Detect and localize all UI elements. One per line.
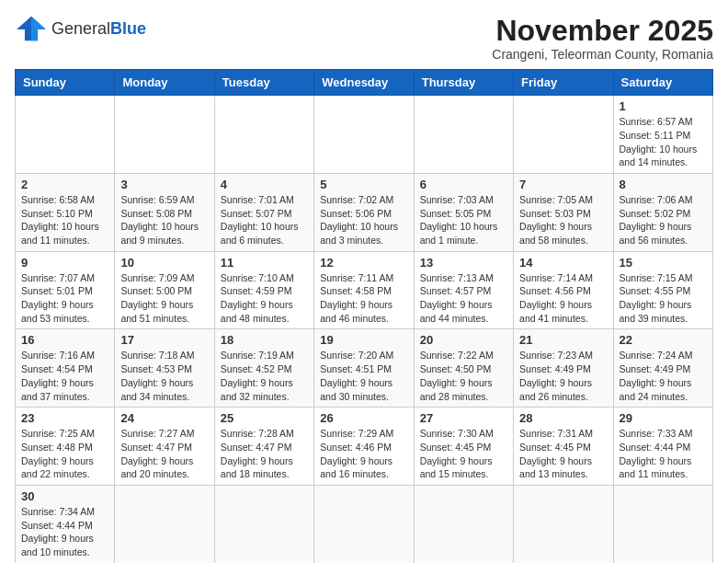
day-number: 23 xyxy=(21,411,108,425)
calendar-cell: 1Sunrise: 6:57 AMSunset: 5:11 PMDaylight… xyxy=(613,96,712,174)
logo: GeneralBlue xyxy=(15,15,146,42)
day-number: 11 xyxy=(221,256,308,270)
day-info: Sunrise: 7:05 AMSunset: 5:03 PMDaylight:… xyxy=(519,193,607,247)
calendar-cell: 8Sunrise: 7:06 AMSunset: 5:02 PMDaylight… xyxy=(613,173,712,251)
calendar-cell: 17Sunrise: 7:18 AMSunset: 4:53 PMDayligh… xyxy=(115,329,214,408)
logo-general: General xyxy=(51,19,110,38)
calendar-cell: 10Sunrise: 7:09 AMSunset: 5:00 PMDayligh… xyxy=(115,251,214,329)
day-info: Sunrise: 7:22 AMSunset: 4:50 PMDaylight:… xyxy=(420,349,507,403)
column-header-friday: Friday xyxy=(514,70,613,96)
day-number: 25 xyxy=(221,411,308,425)
day-info: Sunrise: 7:30 AMSunset: 4:45 PMDaylight:… xyxy=(420,427,507,481)
day-number: 27 xyxy=(420,411,507,425)
day-number: 29 xyxy=(620,411,707,425)
calendar-cell: 26Sunrise: 7:29 AMSunset: 4:46 PMDayligh… xyxy=(314,408,414,486)
calendar-cell: 12Sunrise: 7:11 AMSunset: 4:58 PMDayligh… xyxy=(314,251,414,329)
day-info: Sunrise: 6:59 AMSunset: 5:08 PMDaylight:… xyxy=(120,193,208,247)
day-number: 4 xyxy=(221,178,308,191)
calendar-table: SundayMondayTuesdayWednesdayThursdayFrid… xyxy=(15,69,713,563)
logo-text: GeneralBlue xyxy=(51,20,146,37)
day-info: Sunrise: 7:07 AMSunset: 5:01 PMDaylight:… xyxy=(21,271,108,326)
day-info: Sunrise: 7:23 AMSunset: 4:49 PMDaylight:… xyxy=(519,349,607,403)
calendar-cell: 16Sunrise: 7:16 AMSunset: 4:54 PMDayligh… xyxy=(16,329,115,408)
logo-blue: Blue xyxy=(110,19,146,38)
day-number: 30 xyxy=(21,489,108,503)
calendar-cell: 19Sunrise: 7:20 AMSunset: 4:51 PMDayligh… xyxy=(314,329,414,408)
day-number: 16 xyxy=(21,333,108,347)
day-info: Sunrise: 7:09 AMSunset: 5:00 PMDaylight:… xyxy=(120,271,208,326)
day-number: 19 xyxy=(320,333,407,347)
column-header-monday: Monday xyxy=(115,70,214,96)
calendar-cell xyxy=(514,96,613,174)
column-header-tuesday: Tuesday xyxy=(214,70,313,96)
day-number: 20 xyxy=(420,333,507,347)
calendar-cell xyxy=(115,485,214,563)
day-info: Sunrise: 7:29 AMSunset: 4:46 PMDaylight:… xyxy=(320,427,407,481)
svg-marker-1 xyxy=(31,17,46,40)
calendar-cell: 30Sunrise: 7:34 AMSunset: 4:44 PMDayligh… xyxy=(16,485,115,563)
day-info: Sunrise: 7:14 AMSunset: 4:56 PMDaylight:… xyxy=(519,271,607,326)
day-number: 5 xyxy=(320,178,407,191)
day-info: Sunrise: 7:24 AMSunset: 4:49 PMDaylight:… xyxy=(620,349,707,403)
day-number: 9 xyxy=(21,256,108,270)
day-info: Sunrise: 7:15 AMSunset: 4:55 PMDaylight:… xyxy=(620,271,707,326)
calendar-cell: 23Sunrise: 7:25 AMSunset: 4:48 PMDayligh… xyxy=(16,408,115,486)
calendar-cell: 14Sunrise: 7:14 AMSunset: 4:56 PMDayligh… xyxy=(514,251,613,329)
day-info: Sunrise: 7:20 AMSunset: 4:51 PMDaylight:… xyxy=(320,349,407,403)
calendar-cell: 22Sunrise: 7:24 AMSunset: 4:49 PMDayligh… xyxy=(613,329,712,408)
calendar-cell: 5Sunrise: 7:02 AMSunset: 5:06 PMDaylight… xyxy=(314,173,414,251)
calendar-cell xyxy=(514,485,613,563)
column-header-thursday: Thursday xyxy=(414,70,513,96)
day-number: 14 xyxy=(519,256,607,270)
day-info: Sunrise: 7:33 AMSunset: 4:44 PMDaylight:… xyxy=(620,427,707,481)
day-number: 26 xyxy=(320,411,407,425)
day-number: 6 xyxy=(420,178,507,191)
calendar-week-row: 30Sunrise: 7:34 AMSunset: 4:44 PMDayligh… xyxy=(16,485,713,563)
calendar-cell: 7Sunrise: 7:05 AMSunset: 5:03 PMDaylight… xyxy=(514,173,613,251)
calendar-cell xyxy=(115,96,214,174)
calendar-cell: 2Sunrise: 6:58 AMSunset: 5:10 PMDaylight… xyxy=(16,173,115,251)
day-number: 1 xyxy=(620,99,707,113)
calendar-cell: 20Sunrise: 7:22 AMSunset: 4:50 PMDayligh… xyxy=(414,329,513,408)
calendar-cell: 24Sunrise: 7:27 AMSunset: 4:47 PMDayligh… xyxy=(115,408,214,486)
month-title: November 2025 xyxy=(492,15,713,47)
day-info: Sunrise: 6:58 AMSunset: 5:10 PMDaylight:… xyxy=(21,193,108,247)
day-info: Sunrise: 7:27 AMSunset: 4:47 PMDaylight:… xyxy=(120,427,208,481)
calendar-cell: 13Sunrise: 7:13 AMSunset: 4:57 PMDayligh… xyxy=(414,251,513,329)
location-subtitle: Crangeni, Teleorman County, Romania xyxy=(492,47,713,62)
calendar-week-row: 1Sunrise: 6:57 AMSunset: 5:11 PMDaylight… xyxy=(16,96,713,174)
day-number: 24 xyxy=(120,411,208,425)
day-number: 28 xyxy=(519,411,607,425)
calendar-week-row: 9Sunrise: 7:07 AMSunset: 5:01 PMDaylight… xyxy=(16,251,713,329)
day-info: Sunrise: 7:16 AMSunset: 4:54 PMDaylight:… xyxy=(21,349,108,403)
calendar-cell xyxy=(414,96,513,174)
title-area: November 2025 Crangeni, Teleorman County… xyxy=(492,15,713,62)
calendar-cell xyxy=(214,485,313,563)
calendar-cell xyxy=(214,96,313,174)
column-header-wednesday: Wednesday xyxy=(314,70,414,96)
calendar-week-row: 16Sunrise: 7:16 AMSunset: 4:54 PMDayligh… xyxy=(16,329,713,408)
day-number: 3 xyxy=(120,178,208,191)
calendar-cell: 28Sunrise: 7:31 AMSunset: 4:45 PMDayligh… xyxy=(514,408,613,486)
calendar-cell: 4Sunrise: 7:01 AMSunset: 5:07 PMDaylight… xyxy=(214,173,313,251)
calendar-cell: 29Sunrise: 7:33 AMSunset: 4:44 PMDayligh… xyxy=(613,408,712,486)
day-info: Sunrise: 7:34 AMSunset: 4:44 PMDaylight:… xyxy=(21,505,108,559)
calendar-cell: 3Sunrise: 6:59 AMSunset: 5:08 PMDaylight… xyxy=(115,173,214,251)
day-info: Sunrise: 6:57 AMSunset: 5:11 PMDaylight:… xyxy=(620,115,707,169)
day-info: Sunrise: 7:28 AMSunset: 4:47 PMDaylight:… xyxy=(221,427,308,481)
day-info: Sunrise: 7:03 AMSunset: 5:05 PMDaylight:… xyxy=(420,193,507,247)
page-header: GeneralBlue November 2025 Crangeni, Tele… xyxy=(15,15,713,62)
calendar-cell: 27Sunrise: 7:30 AMSunset: 4:45 PMDayligh… xyxy=(414,408,513,486)
calendar-cell: 9Sunrise: 7:07 AMSunset: 5:01 PMDaylight… xyxy=(16,251,115,329)
day-number: 10 xyxy=(120,256,208,270)
day-info: Sunrise: 7:18 AMSunset: 4:53 PMDaylight:… xyxy=(120,349,208,403)
calendar-week-row: 2Sunrise: 6:58 AMSunset: 5:10 PMDaylight… xyxy=(16,173,713,251)
day-number: 15 xyxy=(620,256,707,270)
calendar-cell: 25Sunrise: 7:28 AMSunset: 4:47 PMDayligh… xyxy=(214,408,313,486)
day-number: 13 xyxy=(420,256,507,270)
calendar-cell xyxy=(314,96,414,174)
day-info: Sunrise: 7:31 AMSunset: 4:45 PMDaylight:… xyxy=(519,427,607,481)
calendar-header-row: SundayMondayTuesdayWednesdayThursdayFrid… xyxy=(16,70,713,96)
day-number: 22 xyxy=(620,333,707,347)
calendar-cell xyxy=(16,96,115,174)
